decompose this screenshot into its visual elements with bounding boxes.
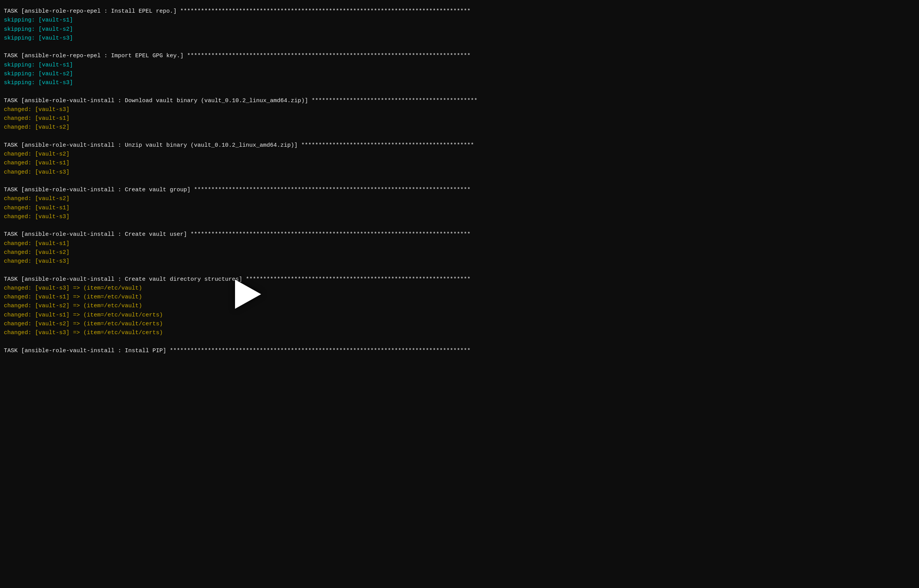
- changed-line: changed: [vault-s2]: [4, 248, 915, 257]
- task-line: TASK [ansible-role-vault-install : Creat…: [4, 230, 915, 239]
- changed-line: changed: [vault-s1]: [4, 239, 915, 248]
- empty-line: [4, 337, 915, 346]
- play-button[interactable]: [233, 279, 263, 310]
- task-line: TASK [ansible-role-vault-install : Downl…: [4, 96, 915, 105]
- changed-line: changed: [vault-s2]: [4, 150, 915, 159]
- changed-line: changed: [vault-s1]: [4, 159, 915, 167]
- changed-line: changed: [vault-s3]: [4, 168, 915, 177]
- changed-line: changed: [vault-s2]: [4, 123, 915, 132]
- task-line: TASK [ansible-role-vault-install : Creat…: [4, 275, 915, 284]
- changed-line: changed: [vault-s1] => (item=/etc/vault/…: [4, 311, 915, 320]
- empty-line: [4, 266, 915, 275]
- skipping-line: skipping: [vault-s3]: [4, 34, 915, 43]
- changed-line: changed: [vault-s1] => (item=/etc/vault): [4, 293, 915, 301]
- empty-line: [4, 221, 915, 230]
- skipping-line: skipping: [vault-s1]: [4, 61, 915, 70]
- changed-line: changed: [vault-s2] => (item=/etc/vault/…: [4, 320, 915, 328]
- changed-line: changed: [vault-s3]: [4, 257, 915, 266]
- changed-line: changed: [vault-s2]: [4, 194, 915, 203]
- terminal-window: TASK [ansible-role-repo-epel : Install E…: [0, 0, 919, 588]
- changed-line: changed: [vault-s3] => (item=/etc/vault/…: [4, 328, 915, 337]
- terminal-content: TASK [ansible-role-repo-epel : Install E…: [4, 7, 915, 355]
- task-line: TASK [ansible-role-vault-install : Creat…: [4, 186, 915, 194]
- changed-line: changed: [vault-s1]: [4, 204, 915, 212]
- play-icon: [235, 280, 261, 309]
- task-line: TASK [ansible-role-vault-install : Insta…: [4, 346, 915, 355]
- empty-line: [4, 43, 915, 51]
- changed-line: changed: [vault-s3]: [4, 212, 915, 221]
- skipping-line: skipping: [vault-s2]: [4, 70, 915, 78]
- task-line: TASK [ansible-role-repo-epel : Import EP…: [4, 51, 915, 60]
- empty-line: [4, 87, 915, 96]
- skipping-line: skipping: [vault-s2]: [4, 25, 915, 34]
- skipping-line: skipping: [vault-s1]: [4, 16, 915, 25]
- changed-line: changed: [vault-s1]: [4, 114, 915, 123]
- task-line: TASK [ansible-role-vault-install : Unzip…: [4, 141, 915, 150]
- changed-line: changed: [vault-s2] => (item=/etc/vault): [4, 301, 915, 310]
- empty-line: [4, 177, 915, 186]
- task-line: TASK [ansible-role-repo-epel : Install E…: [4, 7, 915, 16]
- changed-line: changed: [vault-s3] => (item=/etc/vault): [4, 284, 915, 293]
- empty-line: [4, 132, 915, 141]
- skipping-line: skipping: [vault-s3]: [4, 78, 915, 87]
- changed-line: changed: [vault-s3]: [4, 105, 915, 114]
